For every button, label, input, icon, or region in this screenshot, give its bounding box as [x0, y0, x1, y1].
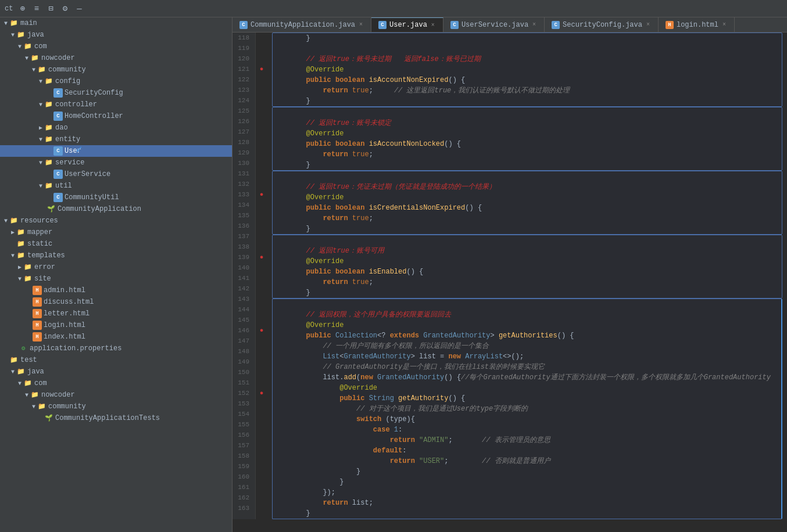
- java-icon-user: C: [53, 146, 63, 156]
- sidebar-item-login-html[interactable]: H login.html: [0, 319, 232, 331]
- line-num-156: 156: [236, 430, 252, 440]
- tree-label-resources: resources: [20, 217, 58, 225]
- sidebar-item-community-app[interactable]: 🌱 CommunityApplication: [0, 203, 232, 215]
- line-num-151: 151: [236, 378, 252, 388]
- toolbar-icon-gear[interactable]: ⚙: [60, 2, 70, 15]
- tree-arrow-config: ▼: [37, 78, 44, 85]
- code-line-152: public String getAuthority() {: [273, 393, 781, 404]
- sidebar-item-site[interactable]: ▼ 📁 site: [0, 273, 232, 285]
- tab-login-html[interactable]: H login.html ×: [659, 17, 735, 32]
- sidebar-item-dao[interactable]: ▶ 📁 dao: [0, 122, 232, 134]
- tree-arrow-entity: ▼: [37, 136, 44, 143]
- sidebar-item-home-controller[interactable]: C HomeController: [0, 110, 232, 122]
- tab-close-user[interactable]: ×: [430, 22, 436, 28]
- sidebar-item-resources[interactable]: ▼ 📁 resources: [0, 215, 232, 227]
- code-line-162: return list;: [273, 498, 781, 508]
- sidebar-item-templates[interactable]: ▼ 📁 templates: [0, 250, 232, 261]
- gutter-146: ●: [256, 325, 267, 336]
- sidebar-item-test-nowcoder[interactable]: ▼ 📁 nowcoder: [0, 389, 232, 401]
- gutter-161: [256, 482, 267, 493]
- line-num-133: 133: [236, 189, 252, 200]
- gutter-126: [256, 116, 267, 127]
- sidebar-item-config[interactable]: ▼ 📁 config: [0, 76, 232, 87]
- folder-icon-util: 📁: [44, 181, 53, 190]
- tree-arrow-site: ▼: [16, 276, 23, 282]
- folder-icon-templates: 📁: [16, 251, 26, 260]
- sidebar-item-test-java[interactable]: ▼ 📁 java: [0, 366, 232, 378]
- toolbar-icon-list[interactable]: ≡: [32, 3, 41, 15]
- sidebar-item-nowcoder[interactable]: ▼ 📁 nowcoder: [0, 52, 232, 64]
- line-num-146: 146: [236, 325, 252, 336]
- sidebar-item-test[interactable]: 📁 test: [0, 354, 232, 366]
- tree-label-community-app-tests: CommunityApplicationTests: [55, 414, 160, 422]
- sidebar-item-user-service[interactable]: C UserService: [0, 168, 232, 180]
- sidebar-item-app-props[interactable]: ⚙ application.properties: [0, 343, 232, 354]
- sidebar-item-test-com[interactable]: ▼ 📁 com: [0, 378, 232, 389]
- gutter-154: [256, 409, 267, 419]
- html-icon-login: H: [33, 321, 42, 330]
- tree-label-admin-html: admin.html: [44, 286, 85, 294]
- gutter-129: [256, 148, 267, 158]
- sidebar-item-admin-html[interactable]: H admin.html: [0, 285, 232, 296]
- tree-label-user-service: UserService: [65, 170, 110, 178]
- tree-label-login-html: login.html: [44, 321, 85, 329]
- sidebar-item-user[interactable]: C User ↙: [0, 145, 232, 157]
- sidebar-item-main[interactable]: ▼ 📁 main: [0, 17, 232, 29]
- sidebar-item-mapper[interactable]: ▶ 📁 mapper: [0, 227, 232, 238]
- sidebar-item-community-app-tests[interactable]: 🌱 CommunityApplicationTests: [0, 412, 232, 424]
- tab-user-service[interactable]: C UserService.java ×: [443, 17, 545, 32]
- code-line-127: @Override: [273, 128, 782, 139]
- sidebar-item-error[interactable]: ▶ 📁 error: [0, 261, 232, 273]
- tab-close-security-config[interactable]: ×: [645, 21, 651, 28]
- tree-arrow-service: ▼: [37, 160, 44, 166]
- tree-arrow-controller: ▼: [37, 102, 44, 108]
- tree-label-letter-html: letter.html: [44, 310, 90, 318]
- line-num-139: 139: [236, 252, 252, 263]
- gutter-128: [256, 137, 267, 148]
- sidebar-item-community[interactable]: ▼ 📁 community: [0, 64, 232, 76]
- code-line-136: }: [273, 224, 782, 234]
- sidebar-item-index-html[interactable]: H index.html: [0, 331, 232, 343]
- tree-label-dao: dao: [55, 124, 68, 132]
- tab-close-community-app[interactable]: ×: [358, 21, 364, 28]
- tree-label-community-util: CommunityUtil: [65, 193, 119, 202]
- sidebar-item-test-community[interactable]: ▼ 📁 community: [0, 401, 232, 412]
- sidebar-item-controller[interactable]: ▼ 📁 controller: [0, 99, 232, 110]
- sidebar-item-entity[interactable]: ▼ 📁 entity: [0, 134, 232, 145]
- sidebar-item-util[interactable]: ▼ 📁 util: [0, 180, 232, 192]
- tree-label-test-java: java: [27, 368, 44, 376]
- tab-user[interactable]: C User.java ×: [371, 17, 443, 32]
- line-num-137: 137: [236, 231, 252, 242]
- line-num-124: 124: [236, 95, 252, 106]
- sidebar-item-discuss-html[interactable]: H discuss.html: [0, 296, 232, 308]
- gutter-133: ●: [256, 189, 267, 200]
- tab-close-login-html[interactable]: ×: [721, 21, 727, 28]
- tab-label-security-config: SecurityConfig.java: [563, 21, 642, 29]
- tree-label-home-controller: HomeController: [65, 112, 123, 120]
- sidebar-item-com[interactable]: ▼ 📁 com: [0, 41, 232, 52]
- tree-arrow-util: ▼: [37, 183, 44, 189]
- gutter-138: [256, 242, 267, 252]
- folder-icon-entity: 📁: [44, 135, 53, 144]
- java-icon-community-util: C: [53, 193, 63, 202]
- toolbar-icon-settings[interactable]: ⊕: [17, 2, 27, 15]
- line-num-163: 163: [236, 503, 252, 513]
- gutter-131: [256, 168, 267, 179]
- sidebar-item-letter-html[interactable]: H letter.html: [0, 308, 232, 319]
- tab-security-config[interactable]: C SecurityConfig.java ×: [545, 17, 659, 32]
- sidebar-item-service[interactable]: ▼ 📁 service: [0, 157, 232, 168]
- toolbar-icon-minimize[interactable]: —: [74, 3, 84, 15]
- tab-close-user-service[interactable]: ×: [531, 21, 537, 28]
- tab-community-app[interactable]: C CommunityApplication.java ×: [232, 17, 371, 32]
- sidebar-item-java[interactable]: ▼ 📁 java: [0, 29, 232, 41]
- sidebar-item-community-util[interactable]: C CommunityUtil: [0, 192, 232, 203]
- line-num-119: 119: [236, 43, 252, 53]
- code-line-161: });: [273, 487, 781, 498]
- line-num-136: 136: [236, 221, 252, 231]
- folder-icon-test-com: 📁: [23, 379, 33, 388]
- sidebar-item-security-config[interactable]: C SecurityConfig: [0, 87, 232, 99]
- editor[interactable]: 118 119 120 121 122 123 124 125 126 127 …: [232, 33, 787, 532]
- folder-icon-test-java: 📁: [16, 367, 26, 376]
- sidebar-item-static[interactable]: 📁 static: [0, 238, 232, 250]
- toolbar-icon-collapse[interactable]: ⊟: [46, 2, 55, 15]
